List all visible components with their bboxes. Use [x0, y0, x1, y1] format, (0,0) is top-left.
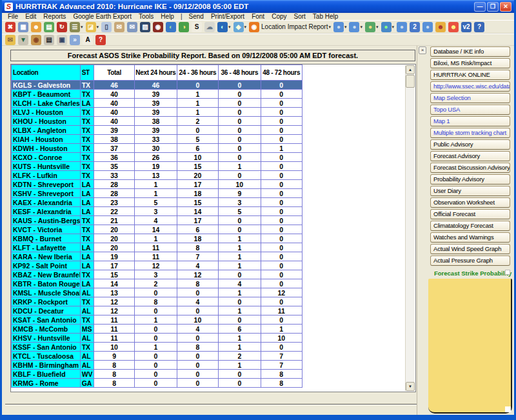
value-cell[interactable]: 0 [135, 361, 177, 370]
report-sphere-1-button[interactable]: ●▾ [333, 22, 348, 32]
refresh-button[interactable]: ↻ [56, 22, 68, 32]
value-cell[interactable]: 1 [135, 189, 177, 198]
value-cell[interactable]: 0 [219, 99, 261, 108]
font-button[interactable]: A [82, 35, 94, 45]
value-cell[interactable]: 4 [177, 261, 218, 270]
table-row[interactable]: KLBX - AngletonTX3939000 [12, 126, 303, 135]
value-cell[interactable]: 21 [94, 216, 134, 225]
map-menu-button[interactable]: ◈▾ [233, 22, 248, 32]
send-mail-button[interactable]: ✉ [114, 22, 125, 32]
table-row[interactable]: KLCH - Lake CharlesLA4039100 [12, 99, 303, 108]
storm-tools-button[interactable]: ☁ [204, 22, 215, 32]
value-cell[interactable]: 39 [135, 99, 177, 108]
value-cell[interactable]: 0 [261, 99, 302, 108]
minimize-button[interactable]: — [474, 2, 486, 12]
value-cell[interactable]: 0 [135, 370, 177, 379]
value-cell[interactable]: 13 [135, 171, 177, 180]
location-cell[interactable]: KP92 - Salt Point [12, 261, 81, 270]
value-cell[interactable]: 0 [261, 297, 302, 306]
state-cell[interactable]: TX [80, 216, 94, 225]
state-cell[interactable]: LA [80, 198, 94, 207]
column-header-24-36-hours[interactable]: 24 - 36 hours [177, 65, 218, 81]
location-cell[interactable]: KBMQ - Burnet [12, 234, 81, 243]
panel-grip-icon[interactable] [505, 270, 510, 275]
value-cell[interactable]: 10 [177, 315, 218, 325]
globe-menu-button[interactable]: ◐▾ [217, 22, 232, 32]
title-bar[interactable]: S HURRTRAK Advanced 2010: Hurricane IKE … [2, 0, 514, 13]
value-cell[interactable]: 0 [261, 315, 302, 325]
value-cell[interactable]: 37 [94, 144, 134, 153]
state-cell[interactable]: TX [80, 171, 94, 180]
value-cell[interactable]: 10 [94, 343, 134, 352]
sidebar-close-icon[interactable]: × [419, 46, 426, 54]
value-cell[interactable]: 12 [135, 261, 177, 270]
location-cell[interactable]: KARA - New Iberia [12, 252, 81, 261]
people-impact-2-button[interactable]: ☻ [448, 22, 459, 32]
chevron-down-icon[interactable]: ▾ [392, 25, 395, 30]
value-cell[interactable]: 28 [94, 180, 134, 189]
value-cell[interactable]: 0 [261, 126, 302, 135]
value-cell[interactable]: 8 [177, 279, 218, 288]
table-row[interactable]: KSHV - ShreveportLA2811890 [12, 189, 303, 198]
value-cell[interactable]: 1 [261, 144, 302, 153]
value-cell[interactable]: 0 [261, 343, 302, 352]
state-cell[interactable]: TX [80, 81, 94, 90]
scrollbar-thumb[interactable] [406, 75, 415, 88]
sidebar-item-official-forecast[interactable]: Official Forecast [430, 209, 510, 219]
value-cell[interactable]: 0 [261, 234, 302, 243]
value-cell[interactable]: 0 [219, 108, 261, 117]
value-cell[interactable]: 0 [261, 108, 302, 117]
wind-v2-button[interactable]: v2 [461, 22, 472, 32]
location-cell[interactable]: KRKP - Rockport [12, 297, 81, 306]
state-cell[interactable]: TX [80, 162, 94, 171]
value-cell[interactable]: 0 [261, 252, 302, 261]
window-report-button[interactable]: ▦ [17, 22, 29, 32]
table-row[interactable]: KUTS - HuntsvilleTX35191510 [12, 162, 303, 171]
value-cell[interactable]: 5 [219, 207, 261, 216]
value-cell[interactable]: 0 [219, 90, 261, 99]
value-cell[interactable]: 1 [177, 108, 218, 117]
globe-button[interactable]: ◐ [165, 22, 177, 32]
value-cell[interactable]: 8 [261, 379, 302, 388]
menu-tab-help[interactable]: Tab Help [310, 13, 341, 20]
location-cell[interactable]: KLVJ - Houston [12, 108, 81, 117]
value-cell[interactable]: 0 [261, 135, 302, 144]
report-sphere-4-button[interactable]: ●▾ [381, 22, 395, 32]
menu-google-earth-export[interactable]: Google Earth Export [70, 13, 135, 20]
table-row[interactable]: KLFK - LufkinTX33132000 [12, 171, 303, 180]
value-cell[interactable]: 5 [135, 198, 177, 207]
value-cell[interactable]: 1 [219, 306, 261, 315]
value-cell[interactable]: 10 [177, 153, 218, 162]
value-cell[interactable]: 8 [135, 297, 177, 306]
location-cell[interactable]: KTCL - Tuscaloosa [12, 352, 81, 361]
value-cell[interactable]: 40 [94, 90, 134, 99]
menu-copy[interactable]: Copy [268, 13, 290, 20]
location-cell[interactable]: KSAT - San Antonio [12, 315, 81, 325]
value-cell[interactable]: 20 [94, 243, 134, 252]
value-cell[interactable]: 0 [261, 153, 302, 162]
value-cell[interactable]: 11 [94, 334, 134, 343]
value-cell[interactable]: 4 [219, 279, 261, 288]
value-cell[interactable]: 1 [219, 288, 261, 297]
report-sphere-2-button[interactable]: ●▾ [348, 22, 363, 32]
location-cell[interactable]: KVCT - Victoria [12, 225, 81, 234]
value-cell[interactable]: 0 [135, 288, 177, 297]
open-folder-menu-button[interactable]: ◪▾ [85, 22, 100, 32]
table-row[interactable]: KRKP - RockportTX128400 [12, 297, 303, 306]
value-cell[interactable]: 0 [261, 180, 302, 189]
value-cell[interactable]: 12 [261, 288, 302, 297]
value-cell[interactable]: 0 [177, 126, 218, 135]
value-cell[interactable]: 12 [177, 270, 218, 279]
value-cell[interactable]: 40 [94, 99, 134, 108]
state-cell[interactable]: TX [80, 234, 94, 243]
column-header-st[interactable]: ST [80, 65, 94, 81]
value-cell[interactable]: 0 [177, 379, 218, 388]
value-cell[interactable]: 15 [177, 198, 218, 207]
menu-print-export[interactable]: Print/Export [208, 13, 248, 20]
value-cell[interactable]: 46 [135, 81, 177, 90]
value-cell[interactable]: 1 [261, 325, 302, 334]
value-cell[interactable]: 38 [94, 135, 134, 144]
people-impact-button[interactable]: ☻ [435, 22, 446, 32]
report-globe-2-button[interactable]: 2 [409, 22, 421, 32]
table-row[interactable]: KESF - AlexandriaLA2231450 [12, 207, 303, 216]
